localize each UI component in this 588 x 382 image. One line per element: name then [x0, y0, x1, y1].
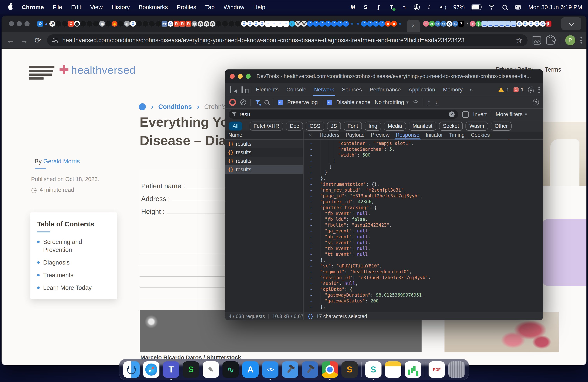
dock-sublime-text-icon[interactable]: S	[341, 361, 358, 378]
request-row[interactable]: {}results	[225, 157, 303, 165]
tab-favicon-26[interactable]: W	[198, 21, 203, 27]
fold-marker[interactable]: -	[308, 292, 315, 298]
tab-favicon-23[interactable]: R	[179, 21, 185, 27]
tab-favicon-42[interactable]: W	[295, 21, 301, 27]
tab-favicon-46[interactable]: f	[319, 21, 325, 27]
dock-xcode-beta-icon[interactable]	[302, 361, 318, 378]
close-detail-icon[interactable]: ×	[305, 131, 315, 139]
menubar-clock[interactable]: Mon 30 Jun 6:19 PM	[528, 4, 582, 11]
tab2-favicon-13[interactable]: ▂	[499, 21, 505, 27]
request-row[interactable]: {}results	[225, 140, 303, 148]
menu-item-window[interactable]: Window	[224, 4, 244, 11]
panel-tab-network[interactable]: Network	[310, 83, 338, 96]
fold-marker[interactable]: -	[308, 216, 315, 222]
search-icon[interactable]	[264, 100, 269, 105]
reload-button[interactable]: ⟳	[33, 36, 42, 45]
menu-item-tab[interactable]: Tab	[205, 4, 214, 11]
network-settings-gear-icon[interactable]	[533, 99, 539, 106]
filter-chip-fetchxhr[interactable]: Fetch/XHR	[250, 122, 283, 131]
fold-marker[interactable]: -	[308, 193, 315, 199]
spotlight-icon[interactable]	[502, 4, 508, 11]
fold-marker[interactable]: -	[308, 298, 315, 304]
dock-safari-icon[interactable]	[143, 361, 159, 378]
dock-chrome-icon[interactable]	[322, 361, 338, 378]
moon-icon[interactable]: ☾	[427, 4, 433, 11]
tab-favicon-0[interactable]: O	[37, 21, 43, 27]
m-logo-icon[interactable]: M	[350, 4, 356, 11]
fold-marker[interactable]: -	[308, 280, 315, 286]
fold-marker[interactable]: -	[308, 304, 315, 310]
fold-marker[interactable]: -	[308, 158, 315, 164]
tab2-favicon-19[interactable]: G	[534, 21, 540, 27]
detail-tab-timing[interactable]: Timing	[446, 130, 468, 139]
terms-link[interactable]: Terms	[545, 66, 561, 73]
tab-favicon-17[interactable]	[142, 21, 148, 27]
fold-marker[interactable]: -	[308, 263, 315, 269]
tab-favicon-35[interactable]: G	[253, 21, 259, 27]
dock-xcode-icon[interactable]	[282, 361, 298, 378]
filter-chip-other[interactable]: Other	[491, 122, 512, 131]
tab2-favicon-10[interactable]: ▂	[482, 21, 487, 27]
filter-chip-all[interactable]: All	[229, 122, 242, 131]
tab-favicon-56[interactable]: f	[379, 21, 385, 27]
tab-favicon-5[interactable]: C	[68, 21, 74, 27]
fold-marker[interactable]: -	[308, 152, 315, 158]
response-viewer[interactable]: -"callbackUrl": "https://search.healthve…	[304, 140, 543, 312]
profile-avatar[interactable]: P	[565, 35, 575, 45]
forward-button[interactable]: →	[20, 36, 28, 45]
filter-chip-media[interactable]: Media	[384, 122, 406, 131]
dock-numbers-icon[interactable]	[405, 361, 421, 378]
fold-marker[interactable]: -	[308, 234, 315, 240]
filter-chip-doc[interactable]: Doc	[286, 122, 303, 131]
toc-item-3[interactable]: Treatments	[37, 271, 110, 279]
panel-tab-application[interactable]: Application	[405, 83, 439, 96]
tab-favicon-48[interactable]: f	[331, 21, 337, 27]
fold-marker[interactable]: -	[308, 251, 315, 257]
clear-icon[interactable]	[240, 99, 246, 105]
tab-favicon-53[interactable]: f	[361, 21, 367, 27]
tab-favicon-11[interactable]	[105, 21, 111, 27]
devtools-zoom-button[interactable]	[246, 74, 251, 79]
filter-chip-img[interactable]: Img	[365, 122, 381, 131]
filter-input[interactable]: resu ×	[229, 110, 458, 119]
volume-icon[interactable]	[440, 4, 446, 11]
tab-favicon-4[interactable]	[62, 21, 68, 27]
menu-item-profiles[interactable]: Profiles	[177, 4, 196, 11]
filter-chip-css[interactable]: CSS	[306, 122, 324, 131]
invert-checkbox[interactable]	[462, 111, 469, 118]
dock-terminal-icon[interactable]: $	[183, 361, 199, 378]
preserve-log-checkbox[interactable]: ✓	[278, 100, 283, 105]
tab-favicon-32[interactable]	[235, 21, 241, 27]
tab-favicon-6[interactable]: ⬤	[74, 21, 80, 27]
tab-favicon-39[interactable]: ≡	[277, 21, 283, 27]
tab2-favicon-0[interactable]: +	[423, 21, 429, 27]
tab-favicon-28[interactable]: W	[210, 21, 215, 27]
dock-notes-icon[interactable]	[385, 361, 401, 378]
preserve-log-label[interactable]: Preserve log	[287, 99, 318, 106]
tab-favicon-3[interactable]	[55, 21, 62, 27]
tab-favicon-1[interactable]: ▲	[43, 21, 49, 27]
tab-favicon-43[interactable]: W	[301, 21, 307, 27]
tab-favicon-25[interactable]: ◍	[191, 21, 197, 27]
detail-tab-preview[interactable]: Preview	[368, 130, 393, 139]
control-center-icon[interactable]	[515, 4, 521, 11]
requests-column-header[interactable]: Name	[225, 130, 303, 140]
fold-marker[interactable]: -	[308, 211, 315, 216]
detail-tab-payload[interactable]: Payload	[343, 130, 368, 139]
menu-item-history[interactable]: History	[112, 4, 130, 11]
dock-surfshark-icon[interactable]: S	[365, 361, 381, 378]
filter-chip-wasm[interactable]: Wasm	[465, 122, 488, 131]
fold-marker[interactable]: -	[308, 257, 315, 263]
arc-icon[interactable]: ∩	[401, 4, 407, 11]
tab-favicon-44[interactable]: f	[307, 21, 313, 27]
tab2-favicon-8[interactable]: +	[470, 21, 476, 27]
fold-marker[interactable]: -	[308, 228, 315, 234]
tab2-favicon-9[interactable]: ❯	[476, 21, 482, 27]
bookmark-star-icon[interactable]: ☆	[516, 36, 523, 44]
tab2-favicon-15[interactable]: ▂	[511, 21, 516, 27]
menu-app-name[interactable]: Chrome	[22, 4, 44, 11]
new-tab-button[interactable]: +	[545, 19, 550, 29]
panel-tab-elements[interactable]: Elements	[252, 83, 283, 96]
s-diamond-icon[interactable]: S	[363, 4, 368, 11]
settings-gear-icon[interactable]	[528, 86, 534, 93]
